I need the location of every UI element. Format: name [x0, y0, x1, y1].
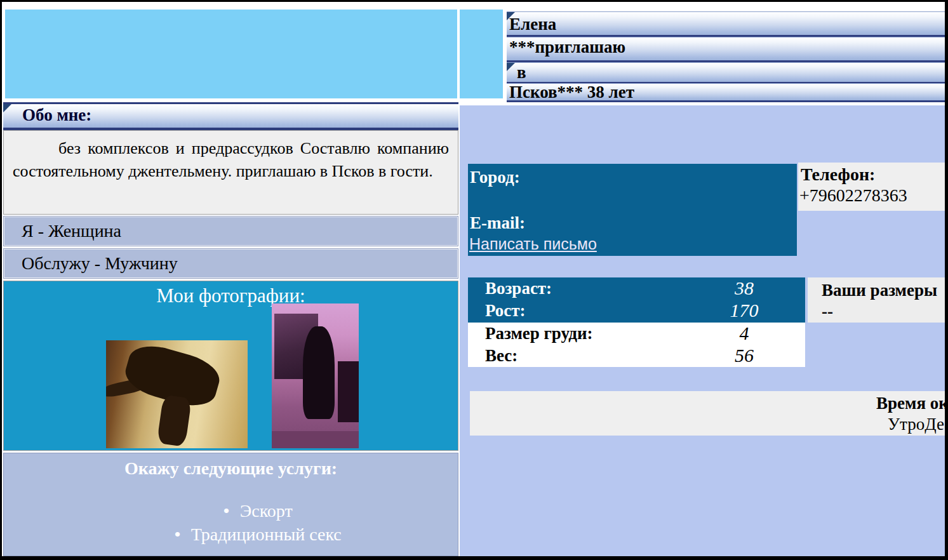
about-section-header: Обо мне:	[3, 102, 458, 130]
gender-row-label: Я - Женщина	[4, 217, 458, 245]
top-banner-right-cell	[460, 10, 503, 98]
profile-title-line: в	[507, 63, 946, 82]
table-row: Вес: 56	[468, 345, 805, 367]
about-text: без комплексов и предрассудков Составлю …	[13, 137, 449, 183]
stat-value: 56	[716, 345, 773, 366]
city-label: Город:	[470, 168, 520, 187]
write-letter-link[interactable]: Написать письмо	[469, 235, 597, 253]
serves-row-label: Обслужу - Мужчину	[4, 249, 458, 277]
photo2-shape	[303, 326, 334, 419]
stat-value: 38	[716, 277, 773, 299]
sizes-value: --	[822, 301, 946, 321]
stat-value: 170	[716, 300, 773, 321]
table-row: Размер груди: 4	[468, 323, 805, 345]
services-title: Окажу следующие услуги:	[4, 458, 458, 479]
photo-thumbnail-2[interactable]	[272, 303, 359, 448]
profile-title-bar-2: ***приглашаю	[507, 37, 946, 62]
schedule-label: Время ок	[876, 394, 946, 413]
table-row: Рост: 170	[468, 300, 805, 322]
services-list: Эскорт Традиционный секс	[58, 499, 458, 546]
photo1-shape	[157, 395, 192, 447]
profile-title-bar-3: в	[507, 62, 946, 84]
gender-row: Я - Женщина	[3, 216, 458, 246]
top-banner-left	[5, 10, 457, 98]
fold-notch-icon	[507, 12, 515, 20]
photos-title: Мои фотографии:	[4, 284, 458, 307]
sizes-box: Ваши размеры --	[808, 277, 946, 323]
about-header-label: Обо мне:	[3, 104, 458, 126]
contact-box: Город: E-mail: Написать письмо	[468, 164, 797, 256]
phone-label: Телефон:	[798, 164, 946, 185]
service-item-label: Традиционный секс	[191, 524, 342, 544]
schedule-bar: Время ок УтроДе	[470, 391, 946, 436]
services-section: Окажу следующие услуги: Эскорт Традицион…	[3, 453, 458, 556]
profile-title-line: ***приглашаю	[507, 37, 946, 57]
photo2-shape	[338, 361, 359, 422]
email-label: E-mail:	[470, 213, 525, 233]
service-item: Эскорт	[58, 499, 458, 523]
profile-title-bar-1: Елена	[507, 11, 946, 37]
profile-title-bar-4: Псков*** 38 лет	[507, 83, 946, 102]
service-item-label: Эскорт	[240, 501, 293, 521]
sizes-label: Ваши размеры	[822, 279, 946, 301]
photo-thumbnail-1[interactable]	[106, 340, 248, 448]
stats-table: Возраст: 38 Рост: 170 Размер груди: 4 Ве…	[468, 277, 805, 367]
serves-row: Обслужу - Мужчину	[3, 248, 458, 279]
table-row: Возраст: 38	[468, 277, 805, 300]
profile-page: Обо мне: без комплексов и предрассудков …	[0, 0, 948, 560]
schedule-value: УтроДе	[888, 415, 944, 434]
profile-name: Елена	[507, 12, 946, 36]
fold-notch-icon	[507, 63, 515, 71]
profile-title-line: Псков*** 38 лет	[507, 84, 946, 101]
phone-value: +79602278363	[798, 185, 946, 206]
phone-box: Телефон: +79602278363	[798, 163, 946, 211]
service-item: Традиционный секс	[58, 523, 458, 546]
photo2-shape	[272, 431, 359, 448]
stat-value: 4	[716, 323, 773, 344]
photos-section: Мои фотографии:	[3, 281, 458, 451]
fold-notch-icon	[3, 104, 11, 112]
about-text-box: без комплексов и предрассудков Составлю …	[3, 130, 458, 215]
